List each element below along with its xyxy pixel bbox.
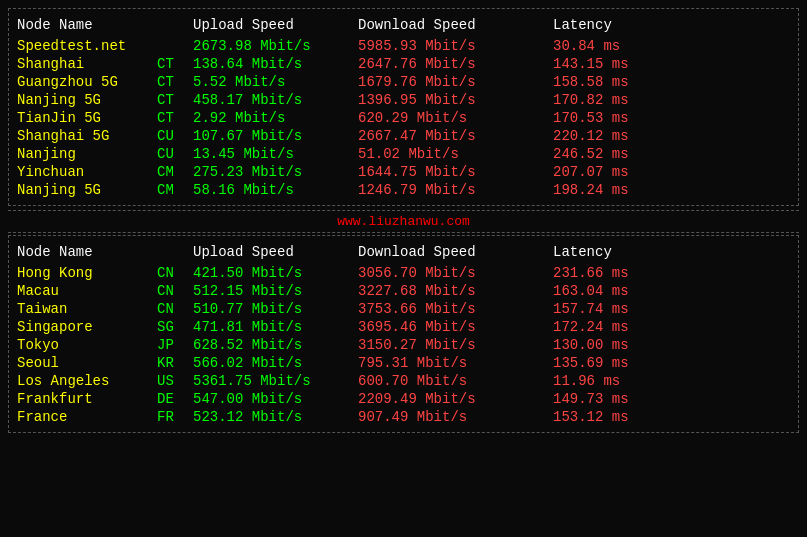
node-name: Tokyo bbox=[17, 337, 157, 353]
node-name: Los Angeles bbox=[17, 373, 157, 389]
node-code: CU bbox=[157, 146, 193, 162]
table-row: FrankfurtDE547.00 Mbit/s2209.49 Mbit/s14… bbox=[17, 390, 790, 408]
upload-speed: 13.45 Mbit/s bbox=[193, 146, 358, 162]
main-container: Node Name Upload Speed Download Speed La… bbox=[8, 8, 799, 433]
download-speed: 907.49 Mbit/s bbox=[358, 409, 553, 425]
header-download-1: Download Speed bbox=[358, 17, 553, 33]
node-name: Nanjing 5G bbox=[17, 92, 157, 108]
table-row: FranceFR523.12 Mbit/s907.49 Mbit/s153.12… bbox=[17, 408, 790, 426]
node-name: Frankfurt bbox=[17, 391, 157, 407]
table-row: NanjingCU13.45 Mbit/s51.02 Mbit/s246.52 … bbox=[17, 145, 790, 163]
latency-value: 170.53 ms bbox=[553, 110, 673, 126]
table-row: Shanghai 5GCU107.67 Mbit/s2667.47 Mbit/s… bbox=[17, 127, 790, 145]
latency-value: 172.24 ms bbox=[553, 319, 673, 335]
watermark: www.liuzhanwu.com bbox=[8, 210, 799, 233]
header-node-name: Node Name bbox=[17, 17, 193, 33]
node-code: CN bbox=[157, 301, 193, 317]
node-code: CT bbox=[157, 56, 193, 72]
latency-value: 220.12 ms bbox=[553, 128, 673, 144]
node-code: KR bbox=[157, 355, 193, 371]
node-name: Taiwan bbox=[17, 301, 157, 317]
header-upload-1: Upload Speed bbox=[193, 17, 358, 33]
node-code: DE bbox=[157, 391, 193, 407]
latency-value: 149.73 ms bbox=[553, 391, 673, 407]
table-row: SeoulKR566.02 Mbit/s795.31 Mbit/s135.69 … bbox=[17, 354, 790, 372]
latency-value: 207.07 ms bbox=[553, 164, 673, 180]
latency-value: 163.04 ms bbox=[553, 283, 673, 299]
header-download-2: Download Speed bbox=[358, 244, 553, 260]
upload-speed: 421.50 Mbit/s bbox=[193, 265, 358, 281]
node-code: JP bbox=[157, 337, 193, 353]
download-speed: 600.70 Mbit/s bbox=[358, 373, 553, 389]
table-row: Nanjing 5GCT458.17 Mbit/s1396.95 Mbit/s1… bbox=[17, 91, 790, 109]
upload-speed: 5.52 Mbit/s bbox=[193, 74, 358, 90]
latency-value: 231.66 ms bbox=[553, 265, 673, 281]
download-speed: 2209.49 Mbit/s bbox=[358, 391, 553, 407]
header-row-2: Node Name Upload Speed Download Speed La… bbox=[17, 242, 790, 262]
latency-value: 246.52 ms bbox=[553, 146, 673, 162]
node-name: Hong Kong bbox=[17, 265, 157, 281]
table-row: MacauCN512.15 Mbit/s3227.68 Mbit/s163.04… bbox=[17, 282, 790, 300]
table-row: TianJin 5GCT2.92 Mbit/s620.29 Mbit/s170.… bbox=[17, 109, 790, 127]
download-speed: 620.29 Mbit/s bbox=[358, 110, 553, 126]
download-speed: 795.31 Mbit/s bbox=[358, 355, 553, 371]
download-speed: 2647.76 Mbit/s bbox=[358, 56, 553, 72]
download-speed: 1396.95 Mbit/s bbox=[358, 92, 553, 108]
latency-value: 130.00 ms bbox=[553, 337, 673, 353]
header-latency-1: Latency bbox=[553, 17, 673, 33]
node-code: US bbox=[157, 373, 193, 389]
header-row-1: Node Name Upload Speed Download Speed La… bbox=[17, 15, 790, 35]
node-code: CN bbox=[157, 265, 193, 281]
header-latency-2: Latency bbox=[553, 244, 673, 260]
upload-speed: 458.17 Mbit/s bbox=[193, 92, 358, 108]
node-code: CN bbox=[157, 283, 193, 299]
node-name: Nanjing bbox=[17, 146, 157, 162]
table-row: ShanghaiCT138.64 Mbit/s2647.76 Mbit/s143… bbox=[17, 55, 790, 73]
upload-speed: 5361.75 Mbit/s bbox=[193, 373, 358, 389]
upload-speed: 523.12 Mbit/s bbox=[193, 409, 358, 425]
table-row: Speedtest.net2673.98 Mbit/s5985.93 Mbit/… bbox=[17, 37, 790, 55]
download-speed: 2667.47 Mbit/s bbox=[358, 128, 553, 144]
header-node-name-2: Node Name bbox=[17, 244, 193, 260]
upload-speed: 58.16 Mbit/s bbox=[193, 182, 358, 198]
latency-value: 170.82 ms bbox=[553, 92, 673, 108]
upload-speed: 107.67 Mbit/s bbox=[193, 128, 358, 144]
upload-speed: 2673.98 Mbit/s bbox=[193, 38, 358, 54]
header-upload-2: Upload Speed bbox=[193, 244, 358, 260]
upload-speed: 547.00 Mbit/s bbox=[193, 391, 358, 407]
table-row: SingaporeSG471.81 Mbit/s3695.46 Mbit/s17… bbox=[17, 318, 790, 336]
upload-speed: 510.77 Mbit/s bbox=[193, 301, 358, 317]
latency-value: 157.74 ms bbox=[553, 301, 673, 317]
upload-speed: 512.15 Mbit/s bbox=[193, 283, 358, 299]
upload-speed: 2.92 Mbit/s bbox=[193, 110, 358, 126]
download-speed: 1246.79 Mbit/s bbox=[358, 182, 553, 198]
table-row: Guangzhou 5GCT5.52 Mbit/s1679.76 Mbit/s1… bbox=[17, 73, 790, 91]
node-name: Macau bbox=[17, 283, 157, 299]
download-speed: 3753.66 Mbit/s bbox=[358, 301, 553, 317]
node-code: CM bbox=[157, 182, 193, 198]
download-speed: 1644.75 Mbit/s bbox=[358, 164, 553, 180]
download-speed: 3695.46 Mbit/s bbox=[358, 319, 553, 335]
node-name: TianJin 5G bbox=[17, 110, 157, 126]
node-code: SG bbox=[157, 319, 193, 335]
upload-speed: 566.02 Mbit/s bbox=[193, 355, 358, 371]
table-1: Node Name Upload Speed Download Speed La… bbox=[17, 15, 790, 199]
table-row: Hong KongCN421.50 Mbit/s3056.70 Mbit/s23… bbox=[17, 264, 790, 282]
node-name: Singapore bbox=[17, 319, 157, 335]
node-name: France bbox=[17, 409, 157, 425]
node-name: Shanghai bbox=[17, 56, 157, 72]
node-code: CU bbox=[157, 128, 193, 144]
table-row: YinchuanCM275.23 Mbit/s1644.75 Mbit/s207… bbox=[17, 163, 790, 181]
section-2: Node Name Upload Speed Download Speed La… bbox=[8, 235, 799, 433]
node-name: Nanjing 5G bbox=[17, 182, 157, 198]
node-name: Shanghai 5G bbox=[17, 128, 157, 144]
latency-value: 135.69 ms bbox=[553, 355, 673, 371]
table-row: Los AngelesUS5361.75 Mbit/s600.70 Mbit/s… bbox=[17, 372, 790, 390]
latency-value: 158.58 ms bbox=[553, 74, 673, 90]
node-name: Yinchuan bbox=[17, 164, 157, 180]
node-code: CT bbox=[157, 110, 193, 126]
node-code: FR bbox=[157, 409, 193, 425]
table-row: TokyoJP628.52 Mbit/s3150.27 Mbit/s130.00… bbox=[17, 336, 790, 354]
table-row: TaiwanCN510.77 Mbit/s3753.66 Mbit/s157.7… bbox=[17, 300, 790, 318]
node-code: CT bbox=[157, 74, 193, 90]
